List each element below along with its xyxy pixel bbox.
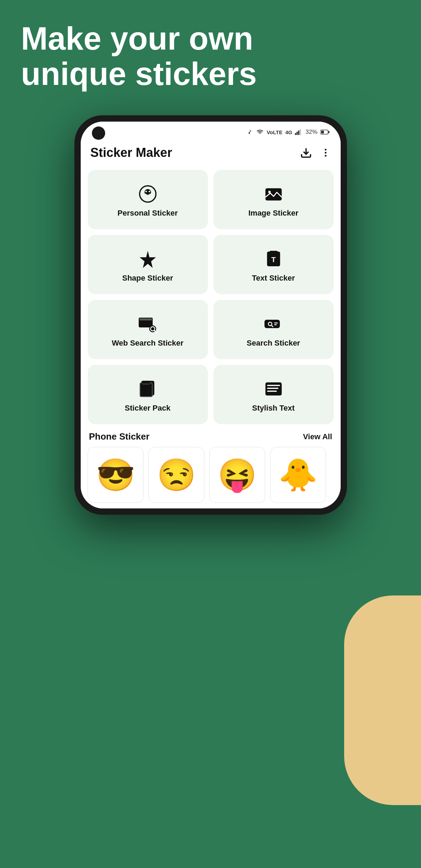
svg-point-12 — [145, 191, 147, 193]
personal-sticker-label: Personal Sticker — [117, 209, 177, 218]
phone-mockup: VoLTE 4G 32% — [74, 115, 347, 515]
svg-rect-5 — [321, 131, 324, 133]
shape-sticker-label: Shape Sticker — [122, 274, 173, 283]
web-search-sticker-icon — [138, 314, 158, 334]
svg-rect-39 — [267, 385, 280, 386]
search-sticker-icon — [264, 314, 283, 334]
stylish-text-label: Stylish Text — [252, 404, 295, 413]
svg-rect-41 — [267, 391, 277, 392]
sticker-pack-icon — [138, 379, 158, 399]
signal-icon — [295, 129, 303, 135]
app-content: Personal Sticker Image Sticker — [81, 164, 341, 508]
4g-label: 4G — [285, 129, 292, 135]
web-search-sticker-card[interactable]: Web Search Sticker — [88, 300, 208, 359]
svg-point-8 — [325, 149, 326, 151]
svg-rect-0 — [295, 133, 296, 135]
emoji-sticker-3[interactable]: 😝 — [209, 447, 265, 503]
image-sticker-card[interactable]: Image Sticker — [213, 170, 334, 229]
app-title: Sticker Maker — [90, 145, 172, 160]
svg-point-9 — [325, 152, 326, 154]
svg-rect-31 — [274, 323, 278, 324]
camera-cutout — [92, 126, 105, 140]
battery-level: 32% — [305, 129, 317, 136]
image-sticker-label: Image Sticker — [248, 209, 298, 218]
app-header: Sticker Maker — [81, 141, 341, 164]
personal-sticker-card[interactable]: Personal Sticker — [88, 170, 208, 229]
text-sticker-card[interactable]: T Text Sticker — [213, 235, 334, 294]
shape-sticker-icon — [138, 249, 158, 269]
text-sticker-label: Text Sticker — [252, 274, 295, 283]
download-icon[interactable] — [300, 147, 312, 159]
svg-rect-3 — [300, 129, 301, 135]
emoji-sticker-row: 😎 😒 😝 🐥 — [88, 447, 334, 503]
phone-sticker-section-header: Phone Sticker View All — [88, 431, 334, 442]
search-sticker-card[interactable]: Search Sticker — [213, 300, 334, 359]
svg-rect-23 — [139, 318, 152, 320]
text-sticker-icon: T — [264, 249, 283, 269]
svg-rect-32 — [274, 324, 277, 325]
emoji-sticker-1[interactable]: 😎 — [88, 447, 144, 503]
svg-rect-40 — [267, 388, 278, 389]
svg-marker-17 — [139, 251, 156, 268]
web-search-sticker-label: Web Search Sticker — [112, 339, 183, 348]
header-actions — [300, 147, 331, 159]
svg-rect-35 — [140, 383, 152, 396]
svg-point-13 — [148, 191, 150, 193]
status-bar: VoLTE 4G 32% — [81, 122, 341, 141]
phone-outer-shell: VoLTE 4G 32% — [74, 115, 347, 515]
emoji-sticker-4[interactable]: 🐥 — [270, 447, 326, 503]
svg-rect-19 — [269, 251, 277, 254]
stylish-text-card[interactable]: Stylish Text — [213, 365, 334, 424]
personal-sticker-icon — [138, 184, 158, 204]
status-icons: VoLTE 4G 32% — [246, 129, 329, 136]
volte-label: VoLTE — [267, 129, 282, 135]
battery-icon — [320, 129, 329, 135]
decorative-shape — [344, 595, 421, 805]
wifi-icon — [256, 129, 264, 136]
bluetooth-icon — [246, 129, 253, 136]
image-sticker-icon — [264, 184, 283, 204]
sticker-pack-label: Sticker Pack — [125, 404, 170, 413]
svg-rect-6 — [328, 131, 329, 133]
svg-rect-1 — [297, 132, 298, 135]
sticker-pack-card[interactable]: Sticker Pack — [88, 365, 208, 424]
phone-sticker-title: Phone Sticker — [89, 431, 150, 442]
sticker-grid: Personal Sticker Image Sticker — [88, 170, 334, 424]
svg-rect-37 — [142, 381, 150, 383]
emoji-sticker-2[interactable]: 😒 — [148, 447, 204, 503]
shape-sticker-card[interactable]: Shape Sticker — [88, 235, 208, 294]
svg-line-26 — [154, 331, 156, 332]
search-sticker-label: Search Sticker — [247, 339, 300, 348]
stylish-text-icon — [264, 379, 283, 399]
hero-title: Make your own unique stickers — [21, 21, 273, 92]
phone-screen: VoLTE 4G 32% — [81, 122, 341, 508]
more-options-icon[interactable] — [320, 147, 331, 159]
svg-point-10 — [325, 155, 326, 157]
svg-text:T: T — [271, 255, 276, 263]
svg-rect-2 — [298, 130, 300, 135]
view-all-button[interactable]: View All — [303, 432, 332, 441]
